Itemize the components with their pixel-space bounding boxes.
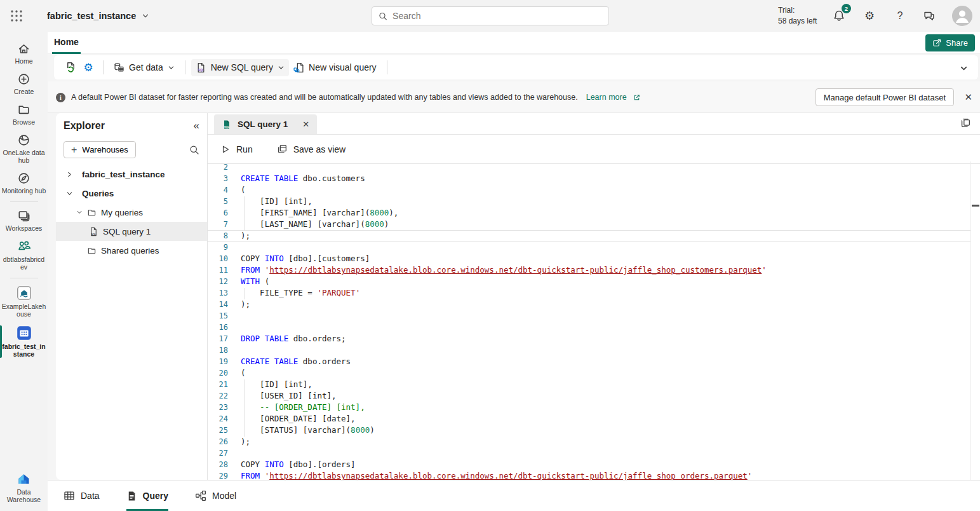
code-line-8[interactable]: 8);: [208, 230, 971, 242]
code-line-2[interactable]: 2: [208, 161, 971, 173]
code-line-23[interactable]: 23 -- [ORDER_DATE] [int],: [208, 402, 971, 413]
code-line-15[interactable]: 15: [208, 310, 971, 322]
manage-default-dataset-button[interactable]: Manage default Power BI dataset: [816, 88, 954, 106]
code-line-9[interactable]: 9: [208, 242, 971, 253]
code-line-28[interactable]: 28COPY INTO [dbo].[orders]: [208, 459, 971, 470]
code-line-24[interactable]: 24 [ORDER_DATE] [date],: [208, 413, 971, 425]
help-icon: ?: [897, 10, 903, 22]
left-navigation-rail: Home Create Browse OneLake data hub: [0, 32, 48, 511]
code-line-14[interactable]: 14);: [208, 299, 971, 310]
svg-text:SQL: SQL: [198, 69, 205, 72]
editor-scrollbar[interactable]: [970, 161, 971, 480]
add-warehouses-button[interactable]: + Warehouses: [64, 141, 136, 158]
indent-guide: [241, 288, 260, 297]
rail-item-data-warehouse[interactable]: Data Warehouse: [0, 468, 48, 507]
close-tab-icon[interactable]: ✕: [302, 120, 309, 128]
code-line-4[interactable]: 4(: [208, 184, 971, 196]
banner-close-icon[interactable]: ✕: [964, 92, 972, 102]
save-as-view-button[interactable]: Save as view: [277, 144, 346, 154]
code-line-16[interactable]: 16: [208, 322, 971, 333]
rail-item-dbtlabsfabricdev[interactable]: dbtlabsfabricdev: [0, 236, 48, 275]
code-area[interactable]: 23CREATE TABLE dbo.customers4(5 [ID] [in…: [208, 161, 971, 480]
line-number: 21: [208, 379, 228, 390]
document-tabstrip: SQL SQL query 1 ✕: [208, 113, 980, 135]
refresh-button[interactable]: [62, 58, 79, 76]
code-line-26[interactable]: 26);: [208, 436, 971, 447]
lakehouse-icon: [17, 285, 32, 301]
rail-item-fabric-test-instance[interactable]: fabric_test_instance: [0, 322, 48, 362]
selected-indicator: [0, 325, 2, 358]
get-data-button[interactable]: Get data: [109, 59, 179, 76]
code-line-7[interactable]: 7 [LAST_NAME] [varchar](8000): [208, 219, 971, 230]
folder-icon: [17, 103, 30, 116]
rail-item-examplelakehouse[interactable]: ExampleLakehouse: [0, 282, 48, 322]
tab-query[interactable]: Query: [126, 480, 168, 511]
code-line-25[interactable]: 25 [STATUS] [varchar](8000): [208, 425, 971, 436]
code-line-13[interactable]: 13 FILE_TYPE = 'PARQUET': [208, 287, 971, 299]
code-line-5[interactable]: 5 [ID] [int],: [208, 196, 971, 207]
code-line-27[interactable]: 27: [208, 447, 971, 459]
rail-item-monitoring-hub[interactable]: Monitoring hub: [0, 168, 48, 198]
code-line-12[interactable]: 12WITH (: [208, 276, 971, 287]
rail-item-onelake-data-hub[interactable]: OneLake data hub: [0, 130, 48, 168]
line-number: 6: [208, 207, 228, 219]
chevron-down-icon: [66, 190, 73, 197]
rail-item-workspaces[interactable]: Workspaces: [0, 205, 48, 236]
tree-item-sql-query-1[interactable]: SQL SQL query 1: [56, 222, 207, 241]
new-visual-query-button[interactable]: New visual query: [289, 59, 381, 76]
notifications-button[interactable]: 2: [831, 8, 847, 24]
code-line-18[interactable]: 18: [208, 344, 971, 356]
help-button[interactable]: ?: [892, 8, 908, 24]
settings-button[interactable]: ⚙: [861, 8, 878, 24]
code-line-10[interactable]: 10COPY INTO [dbo].[customers]: [208, 253, 971, 264]
search-input[interactable]: [393, 11, 602, 21]
avatar[interactable]: [952, 6, 972, 26]
code-line-11[interactable]: 11FROM 'https://dbtlabsynapsedatalake.bl…: [208, 264, 971, 276]
share-button[interactable]: Share: [925, 34, 975, 51]
banner-content: i A default Power BI dataset for faster …: [56, 81, 641, 113]
app-launcher-icon[interactable]: [10, 10, 23, 22]
workspace-switcher[interactable]: fabric_test_instance: [47, 0, 149, 32]
copy-icon[interactable]: [960, 118, 971, 129]
collapse-panel-icon[interactable]: «: [194, 119, 199, 132]
run-button[interactable]: Run: [220, 144, 253, 154]
tab-home[interactable]: Home: [52, 32, 81, 54]
code-line-19[interactable]: 19CREATE TABLE dbo.orders: [208, 356, 971, 367]
tree-item-my-queries[interactable]: My queries: [56, 203, 207, 222]
toolbar-overflow-chevron-icon[interactable]: [960, 64, 968, 72]
settings-toolbar-button[interactable]: ⚙: [79, 58, 97, 76]
code-line-20[interactable]: 20(: [208, 367, 971, 379]
feedback-button[interactable]: [921, 8, 937, 24]
rail-item-create[interactable]: Create: [0, 69, 48, 99]
search-icon[interactable]: [189, 145, 199, 155]
tab-sql-query-1[interactable]: SQL SQL query 1 ✕: [214, 114, 317, 134]
new-sql-query-button[interactable]: SQL New SQL query: [191, 59, 289, 76]
rail-item-home[interactable]: Home: [0, 38, 48, 69]
trial-remaining: 58 days left: [778, 16, 817, 27]
learn-more-link[interactable]: Learn more: [586, 93, 627, 102]
tab-model[interactable]: Model: [195, 480, 236, 511]
line-number: 27: [208, 447, 228, 459]
tree-item-shared-queries[interactable]: Shared queries: [56, 241, 207, 260]
code-line-22[interactable]: 22 [USER_ID] [int],: [208, 390, 971, 402]
tab-data[interactable]: Data: [64, 480, 100, 511]
get-data-label: Get data: [129, 62, 163, 72]
external-link-icon: [633, 93, 641, 102]
warehouse-app-icon: [17, 325, 32, 341]
tree-item-queries[interactable]: Queries: [56, 184, 207, 203]
code-line-17[interactable]: 17DROP TABLE dbo.orders;: [208, 333, 971, 344]
line-code: );: [241, 230, 250, 242]
rail-item-browse[interactable]: Browse: [0, 99, 48, 130]
rail-item-label: Data Warehouse: [2, 488, 46, 503]
search-box[interactable]: [372, 6, 609, 25]
line-code: FROM 'https://dbtlabsynapsedatalake.blob…: [241, 264, 767, 276]
line-code: [ORDER_DATE] [date],: [241, 413, 356, 425]
query-toolbar: Run Save as view: [208, 135, 980, 164]
tree-item-label: Queries: [82, 189, 114, 198]
tree-item-root-warehouse[interactable]: fabric_test_instance: [56, 165, 207, 184]
code-line-3[interactable]: 3CREATE TABLE dbo.customers: [208, 173, 971, 184]
code-line-29[interactable]: 29FROM 'https://dbtlabsynapsedatalake.bl…: [208, 470, 971, 480]
code-line-21[interactable]: 21 [ID] [int],: [208, 379, 971, 390]
line-number: 5: [208, 196, 228, 207]
code-line-6[interactable]: 6 [FIRST_NAME] [varchar](8000),: [208, 207, 971, 219]
